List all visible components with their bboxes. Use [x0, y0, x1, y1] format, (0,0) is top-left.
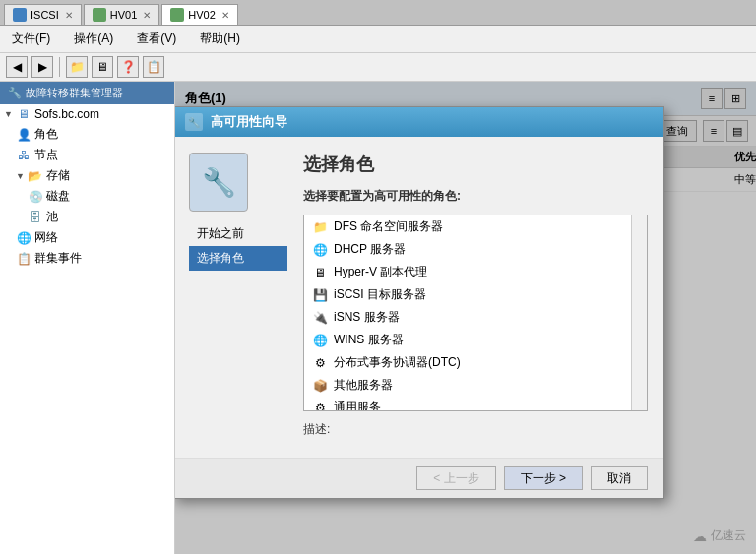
- sidebar-item-disk[interactable]: 💿 磁盘: [0, 186, 174, 207]
- role-item-icon: ⚙: [312, 355, 328, 371]
- sidebar-item-sofs[interactable]: ▼ 🖥 Sofs.bc.com: [0, 104, 174, 124]
- sidebar-item-nodes[interactable]: 🖧 节点: [0, 145, 174, 165]
- sidebar-label-nodes: 节点: [34, 147, 58, 163]
- sidebar: 🔧 故障转移群集管理器 ▼ 🖥 Sofs.bc.com 👤 角色 🖧 节点 ▼ …: [0, 82, 175, 554]
- network-icon: 🌐: [16, 230, 32, 246]
- sidebar-cluster-icon: 🔧: [8, 87, 22, 99]
- role-item[interactable]: 🔌iSNS 服务器: [304, 306, 647, 329]
- role-list-container: 📁DFS 命名空间服务器🌐DHCP 服务器🖥Hyper-V 副本代理💾iSCSI…: [303, 215, 648, 411]
- display-button[interactable]: 🖥: [92, 56, 113, 78]
- sidebar-item-network[interactable]: 🌐 网络: [0, 227, 174, 248]
- role-item-icon: 📦: [312, 378, 328, 394]
- modal-body: 🔧 开始之前 选择角色 选择角色 选择要配置为高可用性的角色: 📁DFS 命名空…: [175, 137, 663, 458]
- sidebar-item-role[interactable]: 👤 角色: [0, 124, 174, 145]
- modal-right-panel: 选择角色 选择要配置为高可用性的角色: 📁DFS 命名空间服务器🌐DHCP 服务…: [303, 153, 648, 442]
- role-icon: 👤: [16, 127, 32, 143]
- modal-nav-select-role[interactable]: 选择角色: [189, 246, 287, 271]
- help-button[interactable]: ❓: [117, 56, 139, 78]
- tab-iscsi[interactable]: ISCSI ✕: [4, 4, 82, 25]
- role-item-icon: 🔌: [312, 310, 328, 326]
- role-list: 📁DFS 命名空间服务器🌐DHCP 服务器🖥Hyper-V 副本代理💾iSCSI…: [304, 215, 647, 411]
- tab-iscsi-close[interactable]: ✕: [65, 10, 73, 21]
- role-item[interactable]: 🖥Hyper-V 副本代理: [304, 261, 647, 283]
- role-item[interactable]: 🌐WINS 服务器: [304, 329, 647, 351]
- scrollbar[interactable]: [631, 215, 647, 410]
- menu-file[interactable]: 文件(F): [8, 29, 54, 49]
- sidebar-label-disk: 磁盘: [46, 188, 70, 205]
- modal-nav: 开始之前 选择角色: [189, 221, 287, 271]
- back-button[interactable]: ◀: [6, 56, 28, 78]
- modal-footer: < 上一步 下一步 > 取消: [175, 458, 663, 498]
- watermark-icon: ☁: [693, 528, 707, 544]
- role-item[interactable]: 🌐DHCP 服务器: [304, 238, 647, 261]
- sidebar-item-cluster-events[interactable]: 📋 群集事件: [0, 248, 174, 269]
- role-item-icon: 📁: [312, 219, 328, 235]
- description-panel: 描述:: [303, 421, 648, 438]
- menu-help[interactable]: 帮助(H): [196, 29, 244, 49]
- role-item[interactable]: 📦其他服务器: [304, 374, 647, 397]
- role-item-icon: ⚙: [312, 400, 328, 412]
- tab-hv01-close[interactable]: ✕: [143, 10, 151, 21]
- storage-icon: 📂: [28, 168, 43, 184]
- sidebar-header: 🔧 故障转移群集管理器: [0, 82, 174, 104]
- menu-view[interactable]: 查看(V): [133, 29, 180, 49]
- tab-hv02-label: HV02: [188, 9, 216, 21]
- sidebar-header-label: 故障转移群集管理器: [26, 86, 123, 100]
- tree-arrow-storage: ▼: [16, 171, 25, 181]
- tab-bar: ISCSI ✕ HV01 ✕ HV02 ✕: [0, 0, 756, 26]
- sidebar-label-network: 网络: [34, 229, 58, 246]
- disk-icon: 💿: [28, 189, 43, 205]
- prev-button[interactable]: < 上一步: [416, 466, 495, 490]
- tab-hv01-label: HV01: [110, 9, 138, 21]
- modal-title-icon: 🔧: [185, 113, 203, 131]
- role-item[interactable]: 📁DFS 命名空间服务器: [304, 215, 647, 238]
- role-item-icon: 🌐: [312, 333, 328, 348]
- folder-button[interactable]: 📁: [66, 56, 88, 78]
- tab-hv01[interactable]: HV01 ✕: [84, 4, 160, 25]
- cancel-button[interactable]: 取消: [591, 466, 648, 490]
- sidebar-label-sofs: Sofs.bc.com: [34, 107, 99, 121]
- role-item[interactable]: ⚙通用服务: [304, 397, 647, 411]
- tab-hv02[interactable]: HV02 ✕: [161, 4, 238, 25]
- main-layout: 🔧 故障转移群集管理器 ▼ 🖥 Sofs.bc.com 👤 角色 🖧 节点 ▼ …: [0, 82, 756, 554]
- watermark: ☁ 亿速云: [693, 527, 746, 544]
- role-item[interactable]: ⚙分布式事务协调器(DTC): [304, 351, 647, 374]
- tab-hv02-icon: [170, 8, 184, 22]
- role-item[interactable]: 💾iSCSI 目标服务器: [304, 283, 647, 306]
- sidebar-label-cluster-events: 群集事件: [34, 250, 82, 267]
- role-item-icon: 💾: [312, 287, 328, 303]
- tree-arrow-sofs: ▼: [4, 109, 13, 119]
- watermark-text: 亿速云: [711, 527, 746, 544]
- role-item-icon: 🌐: [312, 242, 328, 258]
- tab-hv01-icon: [93, 8, 106, 22]
- toolbar: ◀ ▶ 📁 🖥 ❓ 📋: [0, 53, 756, 82]
- modal-section-label: 选择要配置为高可用性的角色:: [303, 188, 648, 205]
- wizard-icon: 🔧: [189, 153, 248, 212]
- menu-action[interactable]: 操作(A): [70, 29, 117, 49]
- tab-iscsi-icon: [13, 8, 27, 22]
- tab-iscsi-label: ISCSI: [31, 9, 59, 21]
- sidebar-item-pool[interactable]: 🗄 池: [0, 207, 174, 227]
- forward-button[interactable]: ▶: [32, 56, 53, 78]
- modal-dialog: 🔧 高可用性向导 🔧 开始之前 选择角色 选择角色 选择要配置为高可用性的角色:: [175, 106, 664, 499]
- content-area: 角色(1) ≡ ⊞ 🔍 查询 ≡ ▤ 名称 状态 类型 所有者节点 优先级 信: [175, 82, 756, 554]
- tab-hv02-close[interactable]: ✕: [221, 10, 229, 21]
- clipboard-button[interactable]: 📋: [143, 56, 164, 78]
- toolbar-separator: [59, 57, 60, 77]
- sidebar-label-pool: 池: [46, 209, 58, 225]
- sidebar-item-storage[interactable]: ▼ 📂 存储: [0, 165, 174, 186]
- modal-overlay: 🔧 高可用性向导 🔧 开始之前 选择角色 选择角色 选择要配置为高可用性的角色:: [175, 82, 756, 554]
- modal-title-text: 高可用性向导: [211, 113, 287, 131]
- description-label: 描述:: [303, 421, 648, 438]
- nodes-icon: 🖧: [16, 148, 32, 163]
- role-item-icon: 🖥: [312, 265, 328, 280]
- next-button[interactable]: 下一步 >: [504, 466, 583, 490]
- modal-wizard-title: 选择角色: [303, 153, 648, 176]
- pool-icon: 🗄: [28, 210, 43, 225]
- menu-bar: 文件(F) 操作(A) 查看(V) 帮助(H): [0, 26, 756, 53]
- sidebar-label-role: 角色: [34, 126, 58, 143]
- sidebar-label-storage: 存储: [46, 167, 70, 184]
- modal-left-panel: 🔧 开始之前 选择角色: [189, 153, 287, 442]
- modal-nav-before[interactable]: 开始之前: [189, 221, 287, 246]
- modal-title-bar: 🔧 高可用性向导: [175, 107, 663, 137]
